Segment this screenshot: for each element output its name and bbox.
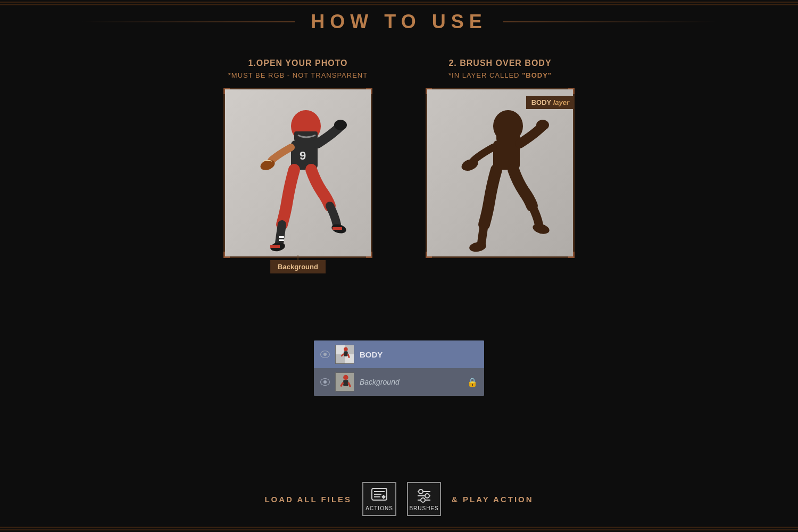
svg-rect-7 [270, 245, 280, 248]
svg-point-4 [334, 120, 347, 130]
svg-text:9: 9 [300, 149, 306, 162]
svg-rect-19 [336, 345, 345, 354]
actions-label: ACTIONS [365, 505, 393, 511]
svg-rect-11 [279, 239, 284, 241]
actions-icon-svg [370, 487, 389, 503]
layer-thumbnail-bg [335, 372, 354, 392]
svg-rect-10 [279, 236, 284, 238]
step-2: 2. BRUSH OVER BODY *IN LAYER CALLED "BOD… [426, 59, 575, 258]
svg-point-34 [419, 489, 423, 494]
svg-rect-9 [332, 227, 342, 230]
play-action-text: & PLAY ACTION [452, 495, 533, 504]
layer-lock-icon: 🔒 [467, 377, 478, 387]
layer-row-background: Background 🔒 [314, 368, 484, 396]
corner-bl [223, 252, 230, 258]
layer-name-background: Background [360, 378, 462, 386]
layer-thumbnail-body [335, 345, 354, 364]
svg-point-15 [536, 120, 549, 130]
step2-image-frame: BODY layer [426, 88, 575, 258]
corner-br [366, 252, 372, 258]
top-decorative-lines [0, 0, 798, 6]
header-line-left [82, 21, 295, 22]
header-section: HOW TO USE [0, 11, 798, 33]
brushes-icon-svg [414, 487, 434, 503]
svg-marker-32 [381, 495, 386, 499]
svg-rect-27 [343, 380, 348, 386]
layer-visibility-eye-bg[interactable] [320, 378, 330, 386]
corner-bl-2 [426, 252, 432, 258]
svg-point-38 [421, 498, 425, 502]
player-silhouette [439, 97, 561, 256]
svg-rect-21 [336, 354, 345, 363]
step1-subtitle: *MUST BE RGB - NOT TRANSPARENT [228, 71, 368, 79]
layer-row-body: BODY [314, 340, 484, 368]
brushes-label: BRUSHES [409, 505, 438, 511]
step2-title: 2. BRUSH OVER BODY [448, 59, 551, 68]
player-background: 9 [225, 89, 371, 256]
load-all-files-text: LOAD ALL FILES [264, 495, 352, 504]
step2-image-inner [427, 89, 573, 256]
corner-tl-2 [426, 88, 432, 94]
layer-name-body: BODY [360, 350, 478, 359]
step1-title: 1.OPEN YOUR PHOTO [248, 59, 347, 68]
steps-container: 1.OPEN YOUR PHOTO *MUST BE RGB - NOT TRA… [0, 59, 798, 258]
bottom-action-bar: LOAD ALL FILES ACTIONS BRUSHES & PLAY AC… [0, 482, 798, 516]
layer-visibility-eye-body[interactable] [320, 351, 330, 358]
body-layer-text: BODY [531, 98, 553, 106]
player-illustration: 9 [237, 97, 359, 256]
step2-subtitle: *IN LAYER CALLED "BODY" [448, 71, 552, 79]
actions-icon-box[interactable]: ACTIONS [362, 482, 396, 516]
step-1: 1.OPEN YOUR PHOTO *MUST BE RGB - NOT TRA… [223, 59, 372, 258]
layers-panel: BODY Background 🔒 [314, 340, 484, 396]
step1-image-frame: 9 [223, 88, 372, 258]
brushes-icon-box[interactable]: BRUSHES [407, 482, 441, 516]
body-layer-label: BODY layer [526, 96, 575, 109]
background-label: Background [270, 260, 326, 273]
header-line-right [503, 21, 716, 22]
svg-point-18 [531, 222, 551, 236]
body-layer-italic: layer [553, 98, 569, 106]
corner-br-2 [568, 252, 575, 258]
silhouette-background [427, 89, 573, 256]
svg-rect-13 [496, 131, 520, 141]
corner-tr [366, 88, 372, 94]
corner-tl [223, 88, 230, 94]
page-title: HOW TO USE [295, 11, 503, 33]
bottom-decorative-lines [0, 526, 798, 532]
corner-tr-2 [568, 88, 575, 94]
svg-point-23 [344, 347, 348, 352]
svg-rect-24 [344, 351, 348, 356]
step1-image-inner: 9 [225, 89, 371, 256]
svg-point-36 [425, 494, 429, 498]
svg-point-26 [343, 375, 348, 380]
